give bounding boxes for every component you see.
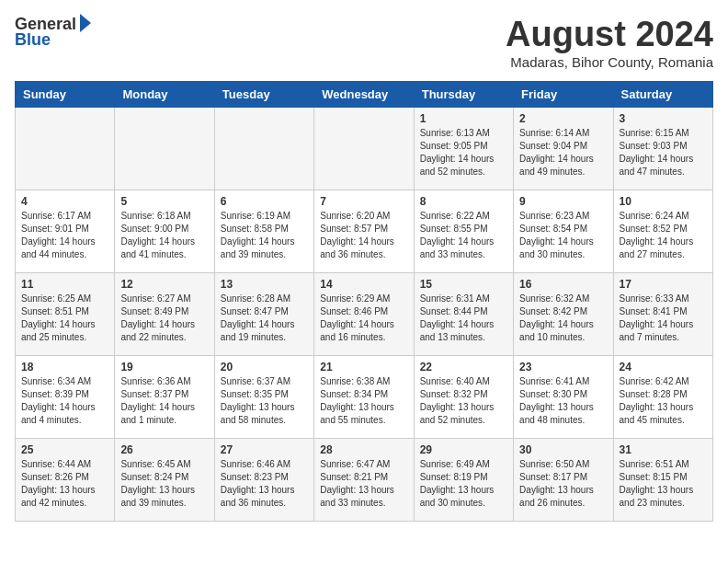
day-number: 16 bbox=[519, 278, 607, 291]
day-number: 5 bbox=[120, 195, 208, 208]
day-number: 10 bbox=[620, 195, 707, 208]
cell-content: Sunrise: 6:13 AM Sunset: 9:05 PM Dayligh… bbox=[420, 127, 507, 178]
day-number: 19 bbox=[120, 361, 208, 373]
calendar-cell: 26Sunrise: 6:45 AM Sunset: 8:24 PM Dayli… bbox=[115, 439, 214, 522]
calendar-cell: 27Sunrise: 6:46 AM Sunset: 8:23 PM Dayli… bbox=[214, 439, 313, 522]
calendar-week-row: 11Sunrise: 6:25 AM Sunset: 8:51 PM Dayli… bbox=[16, 273, 713, 356]
calendar-cell: 17Sunrise: 6:33 AM Sunset: 8:41 PM Dayli… bbox=[613, 273, 712, 356]
calendar-cell: 7Sunrise: 6:20 AM Sunset: 8:57 PM Daylig… bbox=[314, 190, 414, 273]
day-number: 30 bbox=[519, 443, 607, 456]
day-number: 20 bbox=[221, 361, 308, 373]
calendar-cell: 25Sunrise: 6:44 AM Sunset: 8:26 PM Dayli… bbox=[16, 439, 115, 522]
day-of-week-header: Sunday bbox=[16, 82, 115, 108]
calendar-week-row: 18Sunrise: 6:34 AM Sunset: 8:39 PM Dayli… bbox=[16, 356, 713, 439]
cell-content: Sunrise: 6:27 AM Sunset: 8:49 PM Dayligh… bbox=[120, 293, 208, 344]
day-number: 2 bbox=[519, 112, 607, 125]
calendar-cell: 30Sunrise: 6:50 AM Sunset: 8:17 PM Dayli… bbox=[514, 439, 613, 522]
cell-content: Sunrise: 6:50 AM Sunset: 8:17 PM Dayligh… bbox=[519, 458, 607, 510]
calendar-cell: 18Sunrise: 6:34 AM Sunset: 8:39 PM Dayli… bbox=[16, 356, 115, 439]
calendar-cell: 13Sunrise: 6:28 AM Sunset: 8:47 PM Dayli… bbox=[214, 273, 313, 356]
day-number: 8 bbox=[420, 195, 507, 208]
cell-content: Sunrise: 6:33 AM Sunset: 8:41 PM Dayligh… bbox=[620, 293, 707, 344]
cell-content: Sunrise: 6:41 AM Sunset: 8:30 PM Dayligh… bbox=[519, 375, 607, 427]
calendar-cell: 10Sunrise: 6:24 AM Sunset: 8:52 PM Dayli… bbox=[613, 190, 712, 273]
day-number: 4 bbox=[21, 195, 108, 208]
calendar-cell: 19Sunrise: 6:36 AM Sunset: 8:37 PM Dayli… bbox=[115, 356, 214, 439]
calendar-cell: 28Sunrise: 6:47 AM Sunset: 8:21 PM Dayli… bbox=[314, 439, 414, 522]
calendar-cell: 8Sunrise: 6:22 AM Sunset: 8:55 PM Daylig… bbox=[414, 190, 513, 273]
cell-content: Sunrise: 6:22 AM Sunset: 8:55 PM Dayligh… bbox=[420, 210, 507, 261]
calendar-week-row: 4Sunrise: 6:17 AM Sunset: 9:01 PM Daylig… bbox=[16, 190, 713, 273]
cell-content: Sunrise: 6:42 AM Sunset: 8:28 PM Dayligh… bbox=[620, 375, 707, 427]
day-number: 12 bbox=[120, 278, 208, 291]
cell-content: Sunrise: 6:24 AM Sunset: 8:52 PM Dayligh… bbox=[620, 210, 707, 261]
calendar-cell: 15Sunrise: 6:31 AM Sunset: 8:44 PM Dayli… bbox=[414, 273, 513, 356]
calendar-cell: 14Sunrise: 6:29 AM Sunset: 8:46 PM Dayli… bbox=[314, 273, 414, 356]
cell-content: Sunrise: 6:46 AM Sunset: 8:23 PM Dayligh… bbox=[221, 458, 308, 510]
calendar-cell: 20Sunrise: 6:37 AM Sunset: 8:35 PM Dayli… bbox=[214, 356, 313, 439]
day-number: 17 bbox=[620, 278, 707, 291]
location: Madaras, Bihor County, Romania bbox=[506, 54, 713, 70]
day-number: 13 bbox=[221, 278, 308, 291]
cell-content: Sunrise: 6:36 AM Sunset: 8:37 PM Dayligh… bbox=[120, 375, 208, 427]
calendar-cell: 11Sunrise: 6:25 AM Sunset: 8:51 PM Dayli… bbox=[16, 273, 115, 356]
cell-content: Sunrise: 6:51 AM Sunset: 8:15 PM Dayligh… bbox=[620, 458, 707, 510]
day-of-week-header: Tuesday bbox=[214, 82, 313, 108]
day-number: 22 bbox=[420, 361, 507, 373]
day-number: 28 bbox=[320, 443, 407, 456]
day-number: 23 bbox=[519, 361, 607, 373]
day-number: 14 bbox=[320, 278, 407, 291]
day-of-week-header: Monday bbox=[115, 82, 214, 108]
cell-content: Sunrise: 6:37 AM Sunset: 8:35 PM Dayligh… bbox=[221, 375, 308, 427]
calendar-week-row: 1Sunrise: 6:13 AM Sunset: 9:05 PM Daylig… bbox=[16, 108, 713, 190]
day-number: 26 bbox=[120, 443, 208, 456]
day-of-week-header: Friday bbox=[514, 82, 613, 108]
day-number: 18 bbox=[21, 361, 108, 373]
day-number: 1 bbox=[420, 112, 507, 125]
month-year: August 2024 bbox=[506, 15, 713, 54]
calendar-week-row: 25Sunrise: 6:44 AM Sunset: 8:26 PM Dayli… bbox=[16, 439, 713, 522]
cell-content: Sunrise: 6:20 AM Sunset: 8:57 PM Dayligh… bbox=[320, 210, 407, 261]
cell-content: Sunrise: 6:32 AM Sunset: 8:42 PM Dayligh… bbox=[519, 293, 607, 344]
day-number: 7 bbox=[320, 195, 407, 208]
calendar-cell: 5Sunrise: 6:18 AM Sunset: 9:00 PM Daylig… bbox=[115, 190, 214, 273]
calendar-cell: 21Sunrise: 6:38 AM Sunset: 8:34 PM Dayli… bbox=[314, 356, 414, 439]
calendar-cell: 22Sunrise: 6:40 AM Sunset: 8:32 PM Dayli… bbox=[414, 356, 513, 439]
cell-content: Sunrise: 6:44 AM Sunset: 8:26 PM Dayligh… bbox=[21, 458, 108, 510]
day-number: 15 bbox=[420, 278, 507, 291]
calendar-cell bbox=[16, 108, 115, 190]
day-number: 9 bbox=[519, 195, 607, 208]
logo-arrow-icon bbox=[80, 14, 91, 32]
calendar-cell: 16Sunrise: 6:32 AM Sunset: 8:42 PM Dayli… bbox=[514, 273, 613, 356]
calendar-cell: 3Sunrise: 6:15 AM Sunset: 9:03 PM Daylig… bbox=[613, 108, 712, 190]
calendar-cell: 24Sunrise: 6:42 AM Sunset: 8:28 PM Dayli… bbox=[613, 356, 712, 439]
cell-content: Sunrise: 6:34 AM Sunset: 8:39 PM Dayligh… bbox=[21, 375, 108, 427]
cell-content: Sunrise: 6:47 AM Sunset: 8:21 PM Dayligh… bbox=[320, 458, 407, 510]
logo-blue-text: Blue bbox=[15, 30, 51, 50]
cell-content: Sunrise: 6:14 AM Sunset: 9:04 PM Dayligh… bbox=[519, 127, 607, 178]
calendar-cell: 2Sunrise: 6:14 AM Sunset: 9:04 PM Daylig… bbox=[514, 108, 613, 190]
cell-content: Sunrise: 6:23 AM Sunset: 8:54 PM Dayligh… bbox=[519, 210, 607, 261]
calendar-cell bbox=[115, 108, 214, 190]
calendar-cell: 1Sunrise: 6:13 AM Sunset: 9:05 PM Daylig… bbox=[414, 108, 513, 190]
cell-content: Sunrise: 6:19 AM Sunset: 8:58 PM Dayligh… bbox=[221, 210, 308, 261]
cell-content: Sunrise: 6:49 AM Sunset: 8:19 PM Dayligh… bbox=[420, 458, 507, 510]
cell-content: Sunrise: 6:40 AM Sunset: 8:32 PM Dayligh… bbox=[420, 375, 507, 427]
day-number: 27 bbox=[221, 443, 308, 456]
day-number: 11 bbox=[21, 278, 108, 291]
title-section: August 2024 Madaras, Bihor County, Roman… bbox=[506, 15, 713, 70]
cell-content: Sunrise: 6:25 AM Sunset: 8:51 PM Dayligh… bbox=[21, 293, 108, 344]
calendar-cell: 12Sunrise: 6:27 AM Sunset: 8:49 PM Dayli… bbox=[115, 273, 214, 356]
calendar-cell: 4Sunrise: 6:17 AM Sunset: 9:01 PM Daylig… bbox=[16, 190, 115, 273]
calendar-body: 1Sunrise: 6:13 AM Sunset: 9:05 PM Daylig… bbox=[16, 108, 713, 522]
day-number: 21 bbox=[320, 361, 407, 373]
day-of-week-header: Saturday bbox=[613, 82, 712, 108]
cell-content: Sunrise: 6:29 AM Sunset: 8:46 PM Dayligh… bbox=[320, 293, 407, 344]
calendar-cell bbox=[214, 108, 313, 190]
logo: General Blue bbox=[15, 15, 91, 50]
calendar-table: SundayMondayTuesdayWednesdayThursdayFrid… bbox=[15, 81, 713, 522]
cell-content: Sunrise: 6:15 AM Sunset: 9:03 PM Dayligh… bbox=[620, 127, 707, 178]
day-of-week-header: Wednesday bbox=[314, 82, 414, 108]
cell-content: Sunrise: 6:17 AM Sunset: 9:01 PM Dayligh… bbox=[21, 210, 108, 261]
calendar-cell bbox=[314, 108, 414, 190]
